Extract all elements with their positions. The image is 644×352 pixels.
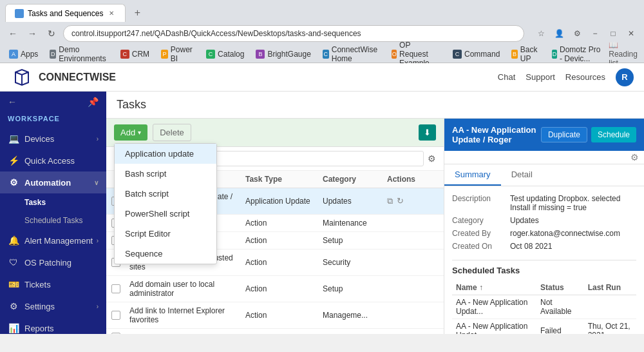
logo-text: CONNECTWISE: [39, 72, 116, 83]
dropdown-item-sequence[interactable]: Sequence: [115, 244, 216, 264]
bookmark-brightgauge[interactable]: B BrightGauge: [252, 48, 314, 60]
sidebar-label-reports: Reports: [24, 324, 54, 333]
bookmark-star-button[interactable]: ☆: [533, 26, 549, 41]
automation-chevron-icon: ∨: [94, 179, 99, 186]
add-button[interactable]: Add ▾: [114, 124, 147, 141]
task-category: Setup: [323, 284, 387, 293]
profile-button[interactable]: 👤: [551, 26, 567, 41]
sidebar-label-quick-access: Quick Access: [24, 156, 75, 166]
sidebar-item-quick-access[interactable]: ⚡ Quick Access: [0, 150, 106, 171]
sidebar-label-os-patching: OS Patching: [24, 258, 71, 268]
col-name-header: Name ↑: [452, 280, 536, 295]
detail-gear-icon[interactable]: ⚙: [630, 152, 639, 162]
task-type: Action: [245, 258, 323, 267]
bookmark-brightgauge-icon: B: [256, 50, 265, 59]
task-type: Action: [245, 311, 323, 320]
bookmark-powerbi[interactable]: P Power BI: [157, 44, 198, 64]
col-category: Category: [323, 175, 387, 184]
bookmark-demo[interactable]: D Demo Environments: [46, 44, 112, 64]
duplicate-button[interactable]: Duplicate: [541, 127, 587, 142]
delete-button[interactable]: Delete: [153, 124, 191, 141]
filter-icon[interactable]: ⚙: [428, 153, 436, 164]
dropdown-item-app-update[interactable]: Application update: [115, 144, 216, 164]
bookmark-crm-icon: C: [120, 50, 129, 59]
tab-favicon: [15, 9, 24, 18]
user-avatar[interactable]: R: [616, 68, 634, 86]
sidebar-item-os-patching[interactable]: 🛡 OS Patching: [0, 251, 106, 273]
automation-icon: ⚙: [8, 177, 19, 188]
extensions-button[interactable]: ⚙: [569, 26, 585, 41]
nav-resources[interactable]: Resources: [565, 72, 605, 82]
export-button[interactable]: ⬇: [419, 124, 436, 141]
tab-summary[interactable]: Summary: [444, 164, 501, 186]
sidebar-item-settings[interactable]: ⚙ Settings ›: [0, 295, 106, 317]
dropdown-item-bash[interactable]: Bash script: [115, 164, 216, 184]
tickets-icon: 🎫: [8, 279, 19, 289]
bookmark-crm[interactable]: C CRM: [117, 48, 153, 60]
content-area: Tasks Add ▾ Delete ⬇: [106, 92, 644, 334]
close-browser-button[interactable]: ✕: [623, 26, 639, 41]
maximize-button[interactable]: □: [605, 26, 621, 41]
browser-tab[interactable]: Tasks and Sequences ✕: [5, 4, 126, 22]
task-category: Updates: [323, 197, 387, 206]
created-on-row: Created On Oct 08 2021: [452, 242, 636, 251]
task-row[interactable]: Add domain user to local administrator A…: [106, 276, 444, 302]
task-row[interactable]: Add link to Internet Explorer favorites …: [106, 302, 444, 329]
dropdown-item-batch[interactable]: Batch script: [115, 184, 216, 204]
sidebar-item-automation[interactable]: ⚙ Automation ∨: [0, 171, 106, 193]
sidebar-pin-button[interactable]: 📌: [88, 97, 99, 107]
nav-support[interactable]: Support: [526, 72, 555, 82]
task-name: Add local intranet sites: [129, 333, 245, 334]
created-on-label: Created On: [452, 242, 510, 251]
forward-button[interactable]: →: [24, 26, 40, 41]
bookmark-domotz[interactable]: D Domotz Pro - Devic...: [548, 44, 605, 64]
schedule-button[interactable]: Schedule: [591, 127, 636, 142]
task-category: Setup: [323, 236, 387, 245]
sidebar-back-button[interactable]: ←: [8, 97, 17, 107]
description-label: Description: [452, 194, 510, 212]
new-tab-button[interactable]: +: [128, 4, 146, 22]
export-icon: ⬇: [424, 128, 431, 137]
bookmark-command[interactable]: C Command: [449, 48, 504, 60]
top-nav: Chat Support Resources R: [498, 68, 634, 86]
task-checkbox[interactable]: [111, 333, 120, 334]
bookmark-apps[interactable]: A Apps: [5, 48, 42, 60]
task-type: Action: [245, 236, 323, 245]
back-button[interactable]: ←: [5, 26, 21, 41]
bookmark-catalog[interactable]: C Catalog: [202, 48, 248, 60]
quick-access-icon: ⚡: [8, 155, 19, 166]
minimize-button[interactable]: −: [587, 26, 603, 41]
sidebar-item-devices[interactable]: 💻 Devices ›: [0, 128, 106, 150]
url-input[interactable]: control.itsupport247.net/QADashB/QuickAc…: [63, 25, 524, 42]
nav-chat[interactable]: Chat: [498, 72, 515, 82]
bookmark-command-icon: C: [453, 50, 462, 59]
dropdown-item-powershell[interactable]: PowerShell script: [115, 204, 216, 224]
task-type: Action: [245, 333, 323, 334]
scheduled-task-row: AA - New Application Updat... Failed Thu…: [452, 319, 636, 335]
sidebar-item-tickets[interactable]: 🎫 Tickets: [0, 273, 106, 295]
logo-svg: [10, 67, 33, 88]
page-title: Tasks: [117, 98, 634, 112]
sidebar-label-automation: Automation: [24, 178, 71, 188]
sidebar-subitem-tasks[interactable]: Tasks: [0, 193, 106, 211]
bookmarks-bar: A Apps D Demo Environments C CRM P Power…: [0, 45, 644, 63]
category-value: Updates: [510, 216, 636, 225]
bookmark-backup[interactable]: B Back UP: [507, 44, 544, 64]
tab-close-button[interactable]: ✕: [107, 9, 116, 18]
sidebar-item-alert-management[interactable]: 🔔 Alert Management ›: [0, 230, 106, 251]
reload-button[interactable]: ↻: [44, 26, 59, 41]
bookmark-connectwise[interactable]: C ConnectWise Home: [319, 44, 384, 64]
dropdown-item-script-editor[interactable]: Script Editor: [115, 224, 216, 244]
sidebar-item-reports[interactable]: 📊 Reports: [0, 317, 106, 334]
sidebar-subitem-scheduled-tasks[interactable]: Scheduled Tasks: [0, 211, 106, 230]
refresh-icon[interactable]: ↻: [397, 196, 404, 206]
sched-name-2: AA - New Application Updat...: [452, 319, 536, 335]
task-checkbox[interactable]: [111, 311, 120, 320]
copy-icon[interactable]: ⧉: [387, 196, 393, 206]
col-type: Task Type: [245, 175, 323, 184]
task-row[interactable]: Add local intranet sites Action Security: [106, 329, 444, 334]
tab-detail[interactable]: Detail: [501, 164, 543, 186]
content-body: Add ▾ Delete ⬇ Application update Bash: [106, 119, 644, 334]
bookmark-domotz-icon: D: [552, 50, 557, 59]
task-checkbox[interactable]: [111, 284, 120, 293]
